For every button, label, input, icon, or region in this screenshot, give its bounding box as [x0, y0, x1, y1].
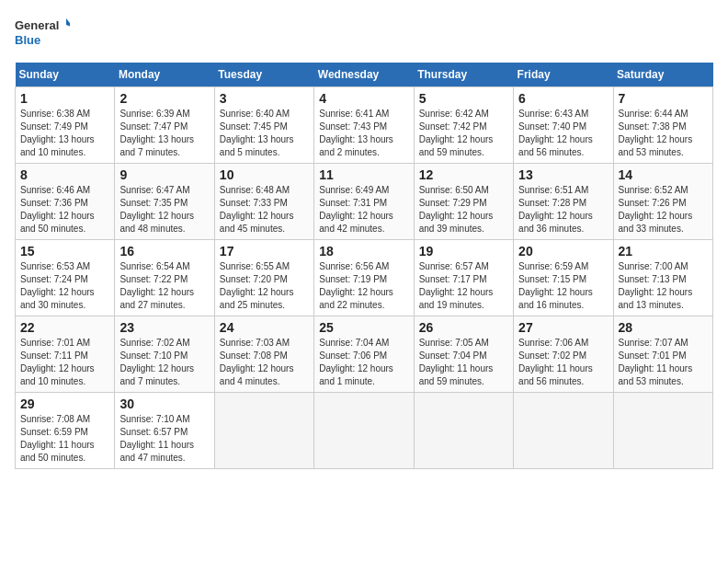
day-info: Sunrise: 6:57 AM Sunset: 7:17 PM Dayligh…: [419, 260, 508, 312]
day-info: Sunrise: 6:48 AM Sunset: 7:33 PM Dayligh…: [220, 184, 309, 236]
calendar-cell: 27 Sunrise: 7:06 AM Sunset: 7:02 PM Dayl…: [514, 316, 613, 393]
page-header: General Blue: [15, 15, 713, 52]
day-number: 18: [319, 244, 408, 259]
calendar-cell: 8 Sunrise: 6:46 AM Sunset: 7:36 PM Dayli…: [16, 164, 115, 240]
calendar-cell: [514, 393, 613, 469]
calendar-cell: 11 Sunrise: 6:49 AM Sunset: 7:31 PM Dayl…: [314, 164, 414, 240]
day-number: 11: [319, 167, 408, 182]
calendar-cell: 7 Sunrise: 6:44 AM Sunset: 7:38 PM Dayli…: [613, 87, 712, 164]
day-number: 25: [319, 320, 408, 335]
day-info: Sunrise: 6:47 AM Sunset: 7:35 PM Dayligh…: [119, 184, 209, 236]
svg-text:Blue: Blue: [15, 33, 40, 47]
svg-text:General: General: [15, 18, 59, 32]
calendar-cell: 5 Sunrise: 6:42 AM Sunset: 7:42 PM Dayli…: [414, 87, 513, 164]
day-info: Sunrise: 6:46 AM Sunset: 7:36 PM Dayligh…: [20, 184, 109, 236]
weekday-header: Monday: [115, 63, 214, 87]
calendar-cell: 20 Sunrise: 6:59 AM Sunset: 7:15 PM Dayl…: [514, 240, 613, 316]
day-number: 4: [319, 91, 408, 106]
calendar-cell: 15 Sunrise: 6:53 AM Sunset: 7:24 PM Dayl…: [16, 240, 115, 316]
day-number: 8: [20, 167, 109, 182]
calendar-cell: 28 Sunrise: 7:07 AM Sunset: 7:01 PM Dayl…: [613, 316, 712, 393]
calendar-cell: 12 Sunrise: 6:50 AM Sunset: 7:29 PM Dayl…: [414, 164, 513, 240]
day-number: 2: [119, 91, 209, 106]
day-info: Sunrise: 6:39 AM Sunset: 7:47 PM Dayligh…: [119, 108, 209, 159]
day-info: Sunrise: 7:02 AM Sunset: 7:10 PM Dayligh…: [119, 337, 209, 388]
day-number: 16: [119, 244, 209, 259]
day-info: Sunrise: 6:38 AM Sunset: 7:49 PM Dayligh…: [20, 108, 109, 159]
calendar-cell: 23 Sunrise: 7:02 AM Sunset: 7:10 PM Dayl…: [115, 316, 214, 393]
calendar-cell: 29 Sunrise: 7:08 AM Sunset: 6:59 PM Dayl…: [16, 393, 115, 469]
day-info: Sunrise: 6:54 AM Sunset: 7:22 PM Dayligh…: [119, 260, 209, 312]
day-number: 1: [20, 91, 109, 106]
calendar-cell: [613, 393, 712, 469]
day-number: 14: [619, 167, 708, 182]
day-info: Sunrise: 6:49 AM Sunset: 7:31 PM Dayligh…: [319, 184, 408, 236]
day-number: 5: [419, 91, 508, 106]
day-number: 13: [518, 167, 608, 182]
calendar-week-row: 22 Sunrise: 7:01 AM Sunset: 7:11 PM Dayl…: [16, 316, 713, 393]
svg-marker-2: [66, 18, 70, 28]
day-number: 17: [220, 244, 309, 259]
day-number: 3: [220, 91, 309, 106]
day-number: 7: [619, 91, 708, 106]
day-number: 29: [20, 396, 109, 411]
day-number: 21: [619, 244, 708, 259]
calendar-cell: 4 Sunrise: 6:41 AM Sunset: 7:43 PM Dayli…: [314, 87, 414, 164]
calendar-cell: 9 Sunrise: 6:47 AM Sunset: 7:35 PM Dayli…: [115, 164, 214, 240]
calendar-cell: 22 Sunrise: 7:01 AM Sunset: 7:11 PM Dayl…: [16, 316, 115, 393]
weekday-header: Tuesday: [214, 63, 313, 87]
weekday-header: Thursday: [414, 63, 513, 87]
day-info: Sunrise: 6:50 AM Sunset: 7:29 PM Dayligh…: [419, 184, 508, 236]
calendar-cell: 16 Sunrise: 6:54 AM Sunset: 7:22 PM Dayl…: [115, 240, 214, 316]
calendar-cell: 13 Sunrise: 6:51 AM Sunset: 7:28 PM Dayl…: [514, 164, 613, 240]
day-number: 20: [518, 244, 608, 259]
day-number: 12: [419, 167, 508, 182]
day-number: 19: [419, 244, 508, 259]
calendar-cell: 19 Sunrise: 6:57 AM Sunset: 7:17 PM Dayl…: [414, 240, 513, 316]
calendar-cell: 30 Sunrise: 7:10 AM Sunset: 6:57 PM Dayl…: [115, 393, 214, 469]
day-number: 30: [119, 396, 209, 411]
day-info: Sunrise: 7:03 AM Sunset: 7:08 PM Dayligh…: [220, 337, 309, 388]
calendar-cell: 24 Sunrise: 7:03 AM Sunset: 7:08 PM Dayl…: [214, 316, 313, 393]
day-info: Sunrise: 6:56 AM Sunset: 7:19 PM Dayligh…: [319, 260, 408, 312]
weekday-header-row: SundayMondayTuesdayWednesdayThursdayFrid…: [16, 63, 713, 87]
day-info: Sunrise: 7:06 AM Sunset: 7:02 PM Dayligh…: [518, 337, 608, 388]
calendar-week-row: 8 Sunrise: 6:46 AM Sunset: 7:36 PM Dayli…: [16, 164, 713, 240]
weekday-header: Friday: [514, 63, 613, 87]
calendar-cell: [414, 393, 513, 469]
day-number: 23: [119, 320, 209, 335]
day-info: Sunrise: 6:43 AM Sunset: 7:40 PM Dayligh…: [518, 108, 608, 159]
day-info: Sunrise: 6:55 AM Sunset: 7:20 PM Dayligh…: [220, 260, 309, 312]
calendar-cell: 3 Sunrise: 6:40 AM Sunset: 7:45 PM Dayli…: [214, 87, 313, 164]
day-info: Sunrise: 7:08 AM Sunset: 6:59 PM Dayligh…: [20, 413, 109, 465]
calendar-week-row: 15 Sunrise: 6:53 AM Sunset: 7:24 PM Dayl…: [16, 240, 713, 316]
calendar-cell: 26 Sunrise: 7:05 AM Sunset: 7:04 PM Dayl…: [414, 316, 513, 393]
day-number: 22: [20, 320, 109, 335]
day-number: 27: [518, 320, 608, 335]
day-info: Sunrise: 6:40 AM Sunset: 7:45 PM Dayligh…: [220, 108, 309, 159]
day-info: Sunrise: 6:51 AM Sunset: 7:28 PM Dayligh…: [518, 184, 608, 236]
weekday-header: Sunday: [16, 63, 115, 87]
calendar-cell: 25 Sunrise: 7:04 AM Sunset: 7:06 PM Dayl…: [314, 316, 414, 393]
logo-svg: General Blue: [15, 15, 70, 52]
day-number: 10: [220, 167, 309, 182]
calendar-cell: 18 Sunrise: 6:56 AM Sunset: 7:19 PM Dayl…: [314, 240, 414, 316]
day-number: 6: [518, 91, 608, 106]
day-info: Sunrise: 7:04 AM Sunset: 7:06 PM Dayligh…: [319, 337, 408, 388]
day-info: Sunrise: 7:10 AM Sunset: 6:57 PM Dayligh…: [119, 413, 209, 465]
day-number: 26: [419, 320, 508, 335]
calendar-cell: 17 Sunrise: 6:55 AM Sunset: 7:20 PM Dayl…: [214, 240, 313, 316]
calendar-cell: 14 Sunrise: 6:52 AM Sunset: 7:26 PM Dayl…: [613, 164, 712, 240]
day-info: Sunrise: 7:07 AM Sunset: 7:01 PM Dayligh…: [619, 337, 708, 388]
day-info: Sunrise: 6:41 AM Sunset: 7:43 PM Dayligh…: [319, 108, 408, 159]
calendar-cell: [314, 393, 414, 469]
day-info: Sunrise: 6:42 AM Sunset: 7:42 PM Dayligh…: [419, 108, 508, 159]
day-info: Sunrise: 7:05 AM Sunset: 7:04 PM Dayligh…: [419, 337, 508, 388]
calendar-week-row: 29 Sunrise: 7:08 AM Sunset: 6:59 PM Dayl…: [16, 393, 713, 469]
weekday-header: Saturday: [613, 63, 712, 87]
day-number: 24: [220, 320, 309, 335]
calendar-cell: 2 Sunrise: 6:39 AM Sunset: 7:47 PM Dayli…: [115, 87, 214, 164]
day-info: Sunrise: 7:01 AM Sunset: 7:11 PM Dayligh…: [20, 337, 109, 388]
day-info: Sunrise: 6:44 AM Sunset: 7:38 PM Dayligh…: [619, 108, 708, 159]
weekday-header: Wednesday: [314, 63, 414, 87]
